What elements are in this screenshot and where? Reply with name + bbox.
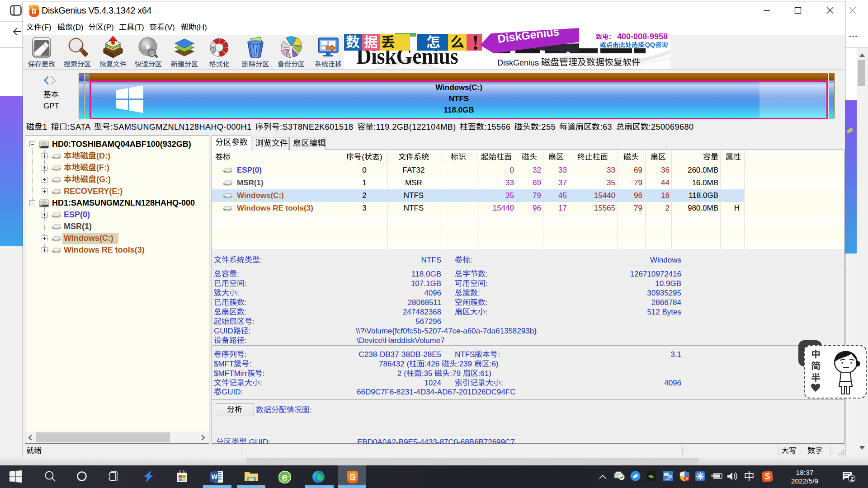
svg-text:2: 2: [851, 476, 854, 482]
svg-text:intel: intel: [665, 478, 670, 480]
svg-text:e: e: [282, 471, 288, 483]
